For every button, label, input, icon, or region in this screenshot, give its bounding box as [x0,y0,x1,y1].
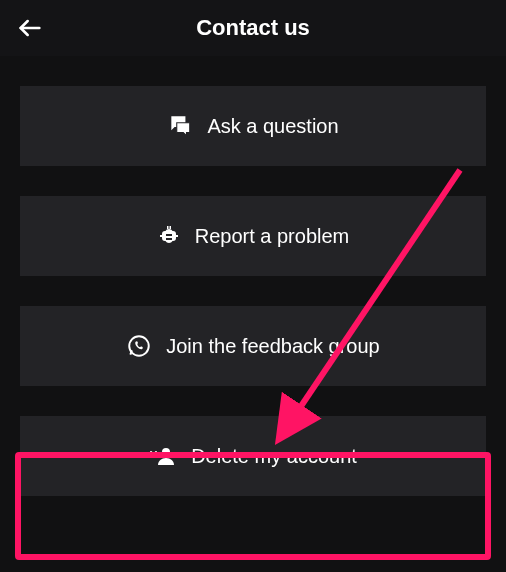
report-problem-label: Report a problem [195,225,350,248]
header-bar: Contact us [0,0,506,56]
ask-question-label: Ask a question [207,115,338,138]
delete-user-icon [149,444,177,468]
report-problem-button[interactable]: Report a problem [20,196,486,276]
bug-icon [157,224,181,248]
svg-rect-1 [167,226,169,229]
svg-point-3 [130,336,150,356]
chat-icon [167,113,193,139]
feedback-group-button[interactable]: Join the feedback group [20,306,486,386]
ask-question-button[interactable]: Ask a question [20,86,486,166]
options-list: Ask a question Report a problem Join the… [0,56,506,496]
svg-rect-2 [169,226,171,229]
delete-account-button[interactable]: Delete my account [20,416,486,496]
feedback-group-label: Join the feedback group [166,335,380,358]
svg-point-4 [162,448,170,456]
page-title: Contact us [16,15,490,41]
whatsapp-icon [126,333,152,359]
delete-account-label: Delete my account [191,445,357,468]
